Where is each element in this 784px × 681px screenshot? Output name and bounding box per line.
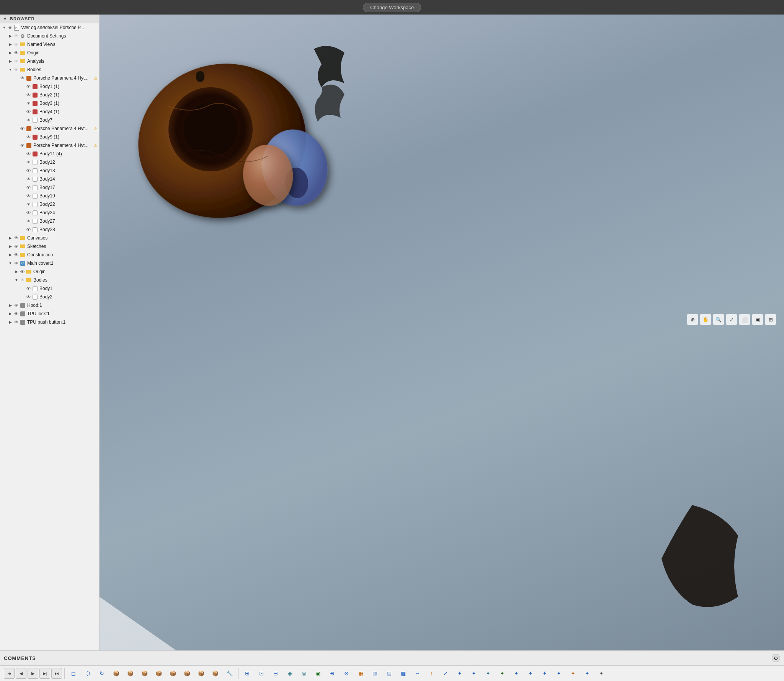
zoom-button[interactable]: 🔍 xyxy=(713,314,724,325)
tree-item-porsche2[interactable]: 👁Porsche Panamera 4 Hyt...⚠ xyxy=(0,124,99,133)
visibility-origin2[interactable]: 👁 xyxy=(19,269,25,275)
tree-item-root[interactable]: 👁DVær og snødeksel Porsche P... xyxy=(0,23,99,32)
tool-extra-1[interactable]: ✦ xyxy=(496,667,509,680)
visibility-body3[interactable]: 👁 xyxy=(25,100,31,106)
tool-mesh-2[interactable]: ▧ xyxy=(368,667,381,680)
tool-inspect-1[interactable]: ◉ xyxy=(312,667,325,680)
comments-settings-button[interactable]: ⚙ xyxy=(772,654,780,662)
visibility-porsche2[interactable]: 👁 xyxy=(19,125,25,132)
visibility-body24[interactable]: 👁 xyxy=(25,210,31,216)
tool-insert-1[interactable]: ⊕ xyxy=(326,667,339,680)
visibility-canvases[interactable]: 👁 xyxy=(13,235,19,241)
tree-item-tpu-lock[interactable]: 👁TPU lock:1 xyxy=(0,310,99,318)
expand-arrow-body22[interactable] xyxy=(20,202,25,207)
expand-arrow-mbody2[interactable] xyxy=(20,294,25,300)
grid-button[interactable]: ⊞ xyxy=(765,314,776,325)
visibility-construction[interactable]: 👁 xyxy=(13,252,19,258)
tool-align-3[interactable]: ✦ xyxy=(482,667,495,680)
visibility-named-views[interactable]: 👁 xyxy=(13,41,19,47)
expand-arrow-named-views[interactable] xyxy=(8,42,13,47)
tree-item-body27[interactable]: 👁Body27 xyxy=(0,217,99,225)
tool-extra-2[interactable]: ✦ xyxy=(510,667,523,680)
visibility-hood[interactable]: 👁 xyxy=(13,302,19,308)
tree-item-origin2[interactable]: 👁Origin xyxy=(0,267,99,276)
visibility-body13[interactable]: 👁 xyxy=(25,168,31,174)
visibility-bodies2[interactable]: 👁 xyxy=(19,277,25,283)
tree-item-mbody1[interactable]: 👁Body1 xyxy=(0,284,99,293)
pan-button[interactable]: ✋ xyxy=(700,314,711,325)
expand-arrow-body2[interactable] xyxy=(20,92,25,98)
tree-item-canvases[interactable]: 👁Canvases xyxy=(0,234,99,242)
tool-extra-6[interactable]: ✦ xyxy=(567,667,580,680)
tree-item-body9[interactable]: 👁Body9 (1) xyxy=(0,133,99,141)
tool-extra-5[interactable]: ✦ xyxy=(552,667,565,680)
timeline-play-button[interactable]: ▶ xyxy=(28,668,38,679)
tool-extra-8[interactable]: ✦ xyxy=(595,667,608,680)
visibility-doc-settings[interactable]: 👁 xyxy=(13,33,19,39)
tool-align-2[interactable]: ✦ xyxy=(467,667,480,680)
visibility-body4[interactable]: 👁 xyxy=(25,109,31,115)
expand-arrow-origin[interactable] xyxy=(8,50,13,55)
tree-item-porsche1[interactable]: 👁Porsche Panamera 4 Hyt...⚠ xyxy=(0,74,99,82)
expand-arrow-origin2[interactable] xyxy=(14,269,19,274)
expand-arrow-body11[interactable] xyxy=(20,151,25,156)
expand-arrow-body14[interactable] xyxy=(20,176,25,182)
tool-move-2[interactable]: ⤢ xyxy=(439,667,452,680)
tree-item-body1[interactable]: 👁Body1 (1) xyxy=(0,82,99,91)
visibility-origin[interactable]: 👁 xyxy=(13,50,19,56)
expand-arrow-bodies2[interactable] xyxy=(14,277,19,283)
expand-arrow-tpu-lock[interactable] xyxy=(8,311,13,316)
expand-arrow-porsche2[interactable] xyxy=(14,126,19,131)
expand-arrow-body17[interactable] xyxy=(20,185,25,190)
expand-arrow-porsche3[interactable] xyxy=(14,143,19,148)
visibility-body19[interactable]: 👁 xyxy=(25,193,31,199)
visibility-body28[interactable]: 👁 xyxy=(25,226,31,233)
tool-3dobj-4[interactable]: 📦 xyxy=(152,667,165,680)
tree-item-bodies[interactable]: 👁Bodies xyxy=(0,65,99,74)
expand-arrow-bodies[interactable] xyxy=(8,67,13,72)
expand-arrow-sketches[interactable] xyxy=(8,244,13,249)
tree-item-body28[interactable]: 👁Body28 xyxy=(0,225,99,234)
tool-3dobj-1[interactable]: 📦 xyxy=(109,667,122,680)
tool-3dobj-3[interactable]: 📦 xyxy=(138,667,151,680)
tree-item-porsche3[interactable]: 👁Porsche Panamera 4 Hyt...⚠ xyxy=(0,141,99,150)
tool-3dobj-5[interactable]: 📦 xyxy=(166,667,179,680)
visibility-body17[interactable]: 👁 xyxy=(25,184,31,191)
expand-arrow-body27[interactable] xyxy=(20,218,25,224)
expand-arrow-porsche1[interactable] xyxy=(14,75,19,81)
expand-arrow-main-cover[interactable] xyxy=(8,261,13,266)
visibility-analysis[interactable]: 👁 xyxy=(13,58,19,64)
visibility-body12[interactable]: 👁 xyxy=(25,159,31,165)
visibility-body1[interactable]: 👁 xyxy=(25,83,31,90)
visibility-sketches[interactable]: 👁 xyxy=(13,243,19,249)
tool-assemble-2[interactable]: ⊡ xyxy=(255,667,268,680)
tool-align-1[interactable]: ✦ xyxy=(453,667,466,680)
tree-item-body4[interactable]: 👁Body4 (1) xyxy=(0,108,99,116)
tool-extra-4[interactable]: ✦ xyxy=(538,667,551,680)
expand-arrow-doc-settings[interactable] xyxy=(8,33,13,39)
display-mode-button[interactable]: ⬜ xyxy=(739,314,750,325)
visibility-body27[interactable]: 👁 xyxy=(25,218,31,224)
visibility-root[interactable]: 👁 xyxy=(7,24,13,31)
expand-arrow-hood[interactable] xyxy=(8,303,13,308)
visibility-body22[interactable]: 👁 xyxy=(25,201,31,207)
tool-extrude[interactable]: ⬡ xyxy=(81,667,94,680)
tree-item-body17[interactable]: 👁Body17 xyxy=(0,183,99,192)
expand-arrow-construction[interactable] xyxy=(8,252,13,257)
tree-item-body3[interactable]: 👁Body3 (1) xyxy=(0,99,99,108)
tool-assemble-1[interactable]: ⊞ xyxy=(241,667,254,680)
expand-arrow-body9[interactable] xyxy=(20,134,25,140)
tree-item-tpu-push[interactable]: 👁TPU push button:1 xyxy=(0,318,99,326)
tree-item-construction[interactable]: 👁Construction xyxy=(0,251,99,259)
expand-arrow-body4[interactable] xyxy=(20,109,25,114)
tool-3dobj-7[interactable]: 📦 xyxy=(194,667,207,680)
tool-sketch[interactable]: ◻ xyxy=(67,667,80,680)
tree-item-body14[interactable]: 👁Body14 xyxy=(0,175,99,183)
orbit-button[interactable]: ⊕ xyxy=(687,314,698,325)
visibility-tpu-lock[interactable]: 👁 xyxy=(13,311,19,317)
tree-item-body11[interactable]: 👁Body11 (4) xyxy=(0,150,99,158)
visibility-porsche3[interactable]: 👁 xyxy=(19,142,25,148)
visibility-body7[interactable]: 👁 xyxy=(25,117,31,123)
tree-item-hood[interactable]: 👁Hood:1 xyxy=(0,301,99,310)
tool-3dobj-6[interactable]: 📦 xyxy=(180,667,193,680)
